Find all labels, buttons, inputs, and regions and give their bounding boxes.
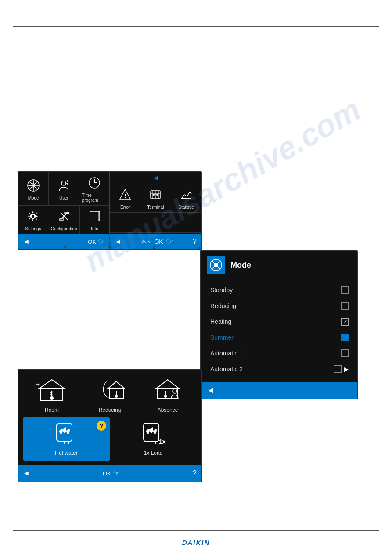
room-back-button[interactable]: ◄ (23, 469, 30, 477)
svg-rect-21 (65, 212, 69, 214)
mode-icon: * (27, 179, 40, 194)
mode-back-button[interactable]: ◄ (207, 386, 215, 395)
bottom-divider (13, 530, 379, 531)
room-label: Room (45, 407, 59, 413)
mode-title: Mode (230, 261, 251, 270)
configuration-icon (58, 210, 70, 225)
reducing-label: Reducing (99, 407, 121, 413)
menu-panel-top: * Mode (18, 172, 201, 234)
room-cell-absence[interactable]: Absence (139, 374, 197, 417)
mode-auto2-checkbox[interactable] (334, 365, 342, 373)
timeprogram-label: Time program (82, 193, 107, 203)
mode-item-heating[interactable]: Heating ✓ (201, 314, 357, 330)
svg-marker-42 (39, 380, 65, 389)
hotwater-badge: ? (97, 421, 106, 431)
room-help-button[interactable]: ? (193, 469, 197, 477)
mode-panel: Mode Standby Reducing Heating ✓ Summer A… (200, 250, 358, 399)
mode-item-summer[interactable]: Summer (201, 330, 357, 345)
mode-item-standby[interactable]: Standby (201, 282, 357, 298)
svg-rect-20 (59, 219, 64, 220)
mode-bottom-bar: ◄ (201, 382, 357, 399)
room-panel-bar: ◄ OK ☞ ? (18, 465, 201, 482)
menu-row-1: * Mode (18, 172, 109, 206)
num-3: 3 (108, 245, 111, 251)
mode-reducing-label: Reducing (210, 302, 236, 309)
mode-auto2-right: ▶ (334, 365, 349, 373)
svg-point-48 (50, 396, 54, 400)
num-2: 2 (64, 245, 67, 251)
mode-item-auto1[interactable]: Automatic 1 (201, 345, 357, 361)
absence-icon (152, 378, 183, 405)
terminal-label: Terminal (147, 205, 164, 210)
user-label: User (59, 196, 68, 200)
top-divider (13, 26, 379, 27)
svg-point-59 (164, 395, 167, 398)
room-icon (36, 378, 67, 405)
svg-rect-57 (158, 389, 178, 399)
svg-text:!: ! (124, 192, 126, 199)
svg-text:*: * (29, 181, 30, 184)
room-grid-bottom: ? Hot water 1x 1x Loa (18, 417, 201, 465)
reducing-icon (94, 378, 125, 405)
statistic-label: Statistic (178, 205, 194, 210)
menu-row-right-1: ! Error (110, 184, 201, 213)
room-cell-1xload[interactable]: 1x 1x Load (110, 417, 197, 461)
mode-heating-label: Heating (210, 318, 231, 325)
hotwater-icon (52, 421, 81, 448)
error-label: Error (120, 205, 130, 210)
menu-cell-settings[interactable]: Settings (18, 206, 48, 234)
menu-row-2: Settings Configuration (18, 206, 109, 234)
info-label: Info (91, 226, 98, 231)
error-icon: ! (119, 189, 131, 203)
mode-label: Mode (28, 196, 39, 200)
menu-cell-info[interactable]: i Info (80, 206, 109, 234)
mode-item-auto2[interactable]: Automatic 2 ▶ (201, 361, 357, 377)
menu-right-arrow: ◄ (110, 172, 201, 184)
mode-summer-label: Summer (210, 334, 234, 341)
menu-numbers: 1 2 3 4 5 (18, 244, 202, 252)
svg-point-29 (156, 194, 158, 196)
room-ok-label: OK (103, 470, 111, 477)
menu-arrow-icon: ◄ (152, 174, 159, 182)
menu-cell-error[interactable]: ! Error (110, 184, 140, 212)
num-1: 1 (19, 245, 22, 251)
mode-standby-checkbox[interactable] (341, 286, 349, 294)
menu-left: * Mode (18, 172, 110, 234)
svg-point-54 (115, 395, 118, 398)
menu-right: ◄ ! Error (110, 172, 201, 234)
svg-rect-35 (181, 198, 191, 199)
room-cell-room[interactable]: Room (23, 374, 81, 417)
svg-point-17 (32, 215, 34, 218)
absence-label: Absence (158, 407, 178, 413)
svg-text:1x: 1x (159, 438, 166, 445)
menu-cell-terminal[interactable]: Terminal (140, 184, 171, 212)
menu-cell-mode[interactable]: * Mode (18, 172, 49, 205)
mode-item-reducing[interactable]: Reducing (201, 298, 357, 314)
mode-reducing-checkbox[interactable] (341, 302, 349, 310)
mode-auto2-label: Automatic 2 (210, 366, 243, 373)
mode-summer-checkbox[interactable] (341, 334, 349, 341)
mode-header: Mode (201, 251, 357, 279)
menu-cell-user[interactable]: User (49, 172, 79, 205)
menu-cell-configuration[interactable]: Configuration (48, 206, 80, 234)
statistic-icon (180, 189, 192, 203)
terminal-icon (149, 189, 162, 203)
info-icon: i (89, 210, 101, 225)
svg-point-28 (153, 194, 155, 196)
menu-cell-statistic[interactable]: Statistic (171, 184, 201, 212)
svg-marker-56 (156, 380, 180, 389)
room-ok-area: OK ☞ (103, 468, 120, 478)
room-grid: Room Reducing (18, 370, 201, 417)
room-cell-hotwater[interactable]: ? Hot water (23, 417, 110, 461)
svg-text:i: i (93, 213, 95, 220)
settings-label: Settings (25, 226, 41, 231)
room-ok-hand-icon[interactable]: ☞ (113, 468, 120, 478)
mode-heating-checkbox[interactable]: ✓ (341, 318, 349, 326)
menu-cell-timeprogram[interactable]: Time program (79, 172, 109, 205)
configuration-label: Configuration (51, 226, 77, 231)
svg-marker-51 (108, 381, 125, 389)
mode-auto2-arrow: ▶ (344, 366, 349, 373)
num-5: 5 (197, 245, 200, 251)
mode-auto1-checkbox[interactable] (341, 349, 349, 357)
room-cell-reducing[interactable]: Reducing (81, 374, 139, 417)
